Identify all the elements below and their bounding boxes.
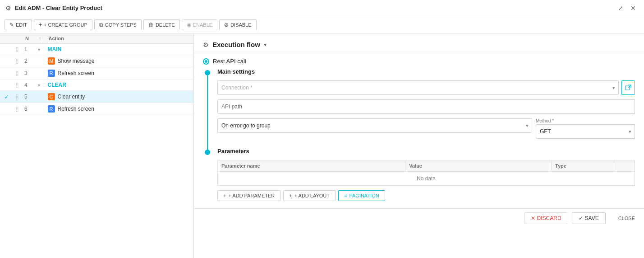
table-row: ⣿ 4 ▾ CLEAR — [0, 80, 193, 91]
on-error-select-wrap: On error go to group ▾ — [217, 118, 532, 133]
col-n-header: N — [22, 33, 35, 44]
enable-button[interactable]: ◉ ENABLE — [182, 19, 217, 30]
row-number: 4 — [22, 80, 35, 91]
left-panel: N ↑ Action ⣿ 1 ▾ MAIN — [0, 33, 194, 258]
drag-handle-icon[interactable]: ⣿ — [15, 58, 19, 64]
group-label: MAIN — [48, 46, 62, 52]
timeline-dot — [205, 70, 210, 75]
action-name-label: Refresh screen — [58, 70, 94, 76]
drag-handle-icon[interactable]: ⣿ — [15, 94, 19, 99]
drag-handle-icon[interactable]: ⣿ — [15, 47, 19, 52]
table-row[interactable]: ⣿ 6 R Refresh screen — [0, 103, 193, 115]
action-cell: M Show message — [45, 55, 194, 67]
rest-api-row: Rest API call — [194, 53, 644, 67]
parameters-table: Parameter name Value Type No data — [217, 160, 635, 186]
execution-flow-title: Execution flow — [212, 41, 260, 48]
close-window-icon[interactable]: ✕ — [628, 4, 639, 13]
adm-icon: ⚙ — [5, 5, 11, 12]
edit-button[interactable]: ✎ EDIT — [5, 19, 32, 30]
col-toggle-cell — [35, 91, 45, 103]
drag-handle-icon[interactable]: ⣿ — [15, 106, 19, 112]
expand-icon[interactable]: ⤢ — [615, 4, 626, 13]
method-label: Method * — [536, 118, 635, 123]
pagination-button[interactable]: ≡ PAGINATION — [338, 190, 385, 201]
external-link-icon — [625, 84, 631, 91]
collapse-icon[interactable]: ▾ — [38, 47, 40, 52]
api-path-input[interactable] — [217, 99, 635, 114]
main-settings-content: Main settings Connection * ▾ — [212, 67, 635, 150]
main-settings-section: Main settings Connection * ▾ — [194, 67, 644, 150]
method-select-wrap: GET POST PUT DELETE PATCH ▾ — [536, 124, 635, 139]
pagination-icon: ≡ — [344, 193, 347, 198]
copy-steps-button[interactable]: ⧉ COPY STEPS — [94, 19, 142, 30]
actions-header — [614, 160, 635, 172]
main-settings-title: Main settings — [217, 67, 635, 75]
footer-bar: ✕ DISCARD ✓ SAVE CLOSE — [194, 208, 644, 228]
no-data-label: No data — [218, 172, 635, 186]
connection-select[interactable]: Connection * — [217, 80, 619, 95]
close-link[interactable]: CLOSE — [618, 216, 635, 221]
row-check — [0, 80, 13, 91]
action-cell: MAIN — [45, 44, 194, 55]
execution-flow-header: ⚙ Execution flow ▾ — [194, 33, 644, 53]
connection-select-wrap: Connection * ▾ — [217, 80, 619, 95]
rest-api-label: Rest API call — [213, 58, 246, 65]
add-layout-button[interactable]: + + ADD LAYOUT — [283, 190, 336, 201]
method-select[interactable]: GET POST PUT DELETE PATCH — [536, 124, 635, 139]
timeline-dot-params — [205, 150, 210, 155]
window-title: Edit ADM - Clear Entity Product — [15, 5, 102, 11]
row-check — [0, 103, 13, 115]
col-toggle-cell — [35, 55, 45, 67]
external-link-button[interactable] — [621, 80, 635, 95]
collapse-icon[interactable]: ▾ — [38, 83, 40, 88]
execution-flow-icon: ⚙ — [203, 41, 209, 48]
delete-button[interactable]: 🗑 DELETE — [143, 19, 180, 30]
copy-steps-icon: ⧉ — [99, 22, 103, 28]
col-action-header: Action — [45, 33, 194, 44]
table-row[interactable]: ⣿ 2 M Show message — [0, 55, 193, 67]
main-layout: N ↑ Action ⣿ 1 ▾ MAIN — [0, 33, 644, 258]
discard-button[interactable]: ✕ DISCARD — [524, 212, 568, 224]
method-field: Method * GET POST PUT DELETE PATCH ▾ — [536, 118, 635, 139]
sort-icon[interactable]: ↑ — [39, 36, 41, 41]
col-check-header — [0, 33, 13, 44]
execution-chevron-icon[interactable]: ▾ — [264, 42, 267, 48]
action-type-icon: R — [48, 70, 55, 77]
timeline-line — [207, 75, 208, 150]
rest-api-radio[interactable] — [203, 58, 209, 65]
type-header: Type — [552, 160, 614, 172]
action-name-label: Show message — [58, 58, 95, 64]
drag-handle-icon[interactable]: ⣿ — [15, 70, 19, 76]
row-number: 1 — [22, 44, 35, 55]
save-button[interactable]: ✓ SAVE — [572, 212, 606, 224]
table-row[interactable]: ⣿ 3 R Refresh screen — [0, 67, 193, 80]
row-check: ✓ — [0, 91, 13, 103]
drag-handle-icon[interactable]: ⣿ — [15, 82, 19, 88]
add-layout-icon: + — [289, 193, 292, 198]
disable-button[interactable]: ⊘ DISABLE — [219, 19, 256, 30]
add-param-icon: + — [223, 193, 226, 198]
table-row[interactable]: ✓ ⣿ 5 C Clear entity — [0, 91, 193, 103]
action-cell: R Refresh screen — [45, 103, 194, 115]
on-error-select[interactable]: On error go to group — [217, 118, 532, 133]
delete-icon: 🗑 — [148, 22, 154, 28]
svg-rect-0 — [626, 86, 630, 90]
add-parameter-button[interactable]: + + ADD PARAMETER — [217, 190, 281, 201]
action-cell: R Refresh screen — [45, 67, 194, 80]
error-method-row: On error go to group ▾ Method * GET POST… — [217, 118, 635, 139]
value-header: Value — [405, 160, 552, 172]
parameters-content: Parameters Parameter name Value Type No … — [212, 147, 635, 208]
drag-handle-cell: ⣿ — [13, 67, 22, 80]
edit-icon: ✎ — [9, 22, 14, 28]
row-number: 5 — [22, 91, 35, 103]
action-type-icon: C — [48, 93, 55, 100]
disable-icon: ⊘ — [224, 22, 229, 28]
action-type-icon: R — [48, 105, 55, 113]
steps-table: N ↑ Action ⣿ 1 ▾ MAIN — [0, 33, 193, 115]
check-icon: ✓ — [4, 94, 9, 100]
action-name-label: Refresh screen — [58, 106, 94, 112]
col-sort-header: ↑ — [35, 33, 45, 44]
action-buttons-row: + + ADD PARAMETER + + ADD LAYOUT ≡ PAGIN… — [217, 190, 635, 201]
create-group-button[interactable]: + + CREATE GROUP — [34, 19, 92, 30]
action-name-label: Clear entity — [58, 94, 85, 100]
